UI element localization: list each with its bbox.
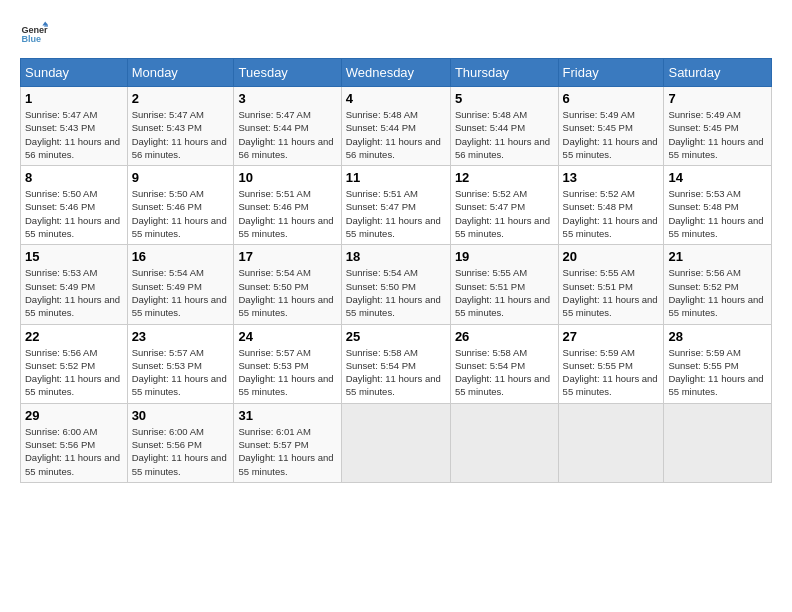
day-number: 13 <box>563 170 660 185</box>
day-number: 28 <box>668 329 767 344</box>
day-info: Sunrise: 5:59 AM Sunset: 5:55 PM Dayligh… <box>668 346 767 399</box>
day-number: 12 <box>455 170 554 185</box>
day-number: 7 <box>668 91 767 106</box>
day-number: 1 <box>25 91 123 106</box>
day-number: 22 <box>25 329 123 344</box>
day-info: Sunrise: 5:58 AM Sunset: 5:54 PM Dayligh… <box>455 346 554 399</box>
calendar-cell: 11 Sunrise: 5:51 AM Sunset: 5:47 PM Dayl… <box>341 166 450 245</box>
day-info: Sunrise: 5:47 AM Sunset: 5:44 PM Dayligh… <box>238 108 336 161</box>
day-number: 17 <box>238 249 336 264</box>
svg-text:General: General <box>21 25 48 35</box>
day-number: 8 <box>25 170 123 185</box>
calendar-cell: 3 Sunrise: 5:47 AM Sunset: 5:44 PM Dayli… <box>234 87 341 166</box>
header-cell-wednesday: Wednesday <box>341 59 450 87</box>
day-info: Sunrise: 5:53 AM Sunset: 5:49 PM Dayligh… <box>25 266 123 319</box>
calendar-cell: 1 Sunrise: 5:47 AM Sunset: 5:43 PM Dayli… <box>21 87 128 166</box>
header-cell-monday: Monday <box>127 59 234 87</box>
day-number: 18 <box>346 249 446 264</box>
day-info: Sunrise: 5:57 AM Sunset: 5:53 PM Dayligh… <box>132 346 230 399</box>
calendar-cell: 13 Sunrise: 5:52 AM Sunset: 5:48 PM Dayl… <box>558 166 664 245</box>
day-number: 26 <box>455 329 554 344</box>
calendar-cell: 21 Sunrise: 5:56 AM Sunset: 5:52 PM Dayl… <box>664 245 772 324</box>
logo: General Blue <box>20 20 52 48</box>
calendar-cell: 8 Sunrise: 5:50 AM Sunset: 5:46 PM Dayli… <box>21 166 128 245</box>
day-info: Sunrise: 5:56 AM Sunset: 5:52 PM Dayligh… <box>25 346 123 399</box>
day-info: Sunrise: 6:00 AM Sunset: 5:56 PM Dayligh… <box>25 425 123 478</box>
calendar-cell <box>341 403 450 482</box>
day-info: Sunrise: 6:01 AM Sunset: 5:57 PM Dayligh… <box>238 425 336 478</box>
day-number: 15 <box>25 249 123 264</box>
day-number: 25 <box>346 329 446 344</box>
day-info: Sunrise: 5:47 AM Sunset: 5:43 PM Dayligh… <box>25 108 123 161</box>
day-info: Sunrise: 5:52 AM Sunset: 5:48 PM Dayligh… <box>563 187 660 240</box>
calendar-cell: 22 Sunrise: 5:56 AM Sunset: 5:52 PM Dayl… <box>21 324 128 403</box>
day-number: 10 <box>238 170 336 185</box>
calendar-cell: 15 Sunrise: 5:53 AM Sunset: 5:49 PM Dayl… <box>21 245 128 324</box>
calendar-cell: 5 Sunrise: 5:48 AM Sunset: 5:44 PM Dayli… <box>450 87 558 166</box>
header: General Blue <box>20 20 772 48</box>
day-number: 24 <box>238 329 336 344</box>
day-info: Sunrise: 5:48 AM Sunset: 5:44 PM Dayligh… <box>455 108 554 161</box>
day-info: Sunrise: 5:52 AM Sunset: 5:47 PM Dayligh… <box>455 187 554 240</box>
calendar-cell <box>450 403 558 482</box>
calendar-cell: 9 Sunrise: 5:50 AM Sunset: 5:46 PM Dayli… <box>127 166 234 245</box>
day-info: Sunrise: 5:49 AM Sunset: 5:45 PM Dayligh… <box>668 108 767 161</box>
day-info: Sunrise: 5:50 AM Sunset: 5:46 PM Dayligh… <box>25 187 123 240</box>
day-number: 27 <box>563 329 660 344</box>
day-info: Sunrise: 5:56 AM Sunset: 5:52 PM Dayligh… <box>668 266 767 319</box>
day-info: Sunrise: 5:47 AM Sunset: 5:43 PM Dayligh… <box>132 108 230 161</box>
calendar-cell: 29 Sunrise: 6:00 AM Sunset: 5:56 PM Dayl… <box>21 403 128 482</box>
calendar-cell: 30 Sunrise: 6:00 AM Sunset: 5:56 PM Dayl… <box>127 403 234 482</box>
calendar-cell: 18 Sunrise: 5:54 AM Sunset: 5:50 PM Dayl… <box>341 245 450 324</box>
calendar-cell: 20 Sunrise: 5:55 AM Sunset: 5:51 PM Dayl… <box>558 245 664 324</box>
week-row-2: 8 Sunrise: 5:50 AM Sunset: 5:46 PM Dayli… <box>21 166 772 245</box>
day-info: Sunrise: 5:58 AM Sunset: 5:54 PM Dayligh… <box>346 346 446 399</box>
day-info: Sunrise: 5:55 AM Sunset: 5:51 PM Dayligh… <box>455 266 554 319</box>
day-number: 16 <box>132 249 230 264</box>
calendar-cell <box>664 403 772 482</box>
calendar-cell: 14 Sunrise: 5:53 AM Sunset: 5:48 PM Dayl… <box>664 166 772 245</box>
calendar-cell: 31 Sunrise: 6:01 AM Sunset: 5:57 PM Dayl… <box>234 403 341 482</box>
day-info: Sunrise: 5:54 AM Sunset: 5:50 PM Dayligh… <box>238 266 336 319</box>
calendar-cell: 4 Sunrise: 5:48 AM Sunset: 5:44 PM Dayli… <box>341 87 450 166</box>
day-number: 3 <box>238 91 336 106</box>
day-number: 4 <box>346 91 446 106</box>
day-info: Sunrise: 5:50 AM Sunset: 5:46 PM Dayligh… <box>132 187 230 240</box>
header-cell-saturday: Saturday <box>664 59 772 87</box>
calendar-body: 1 Sunrise: 5:47 AM Sunset: 5:43 PM Dayli… <box>21 87 772 483</box>
week-row-5: 29 Sunrise: 6:00 AM Sunset: 5:56 PM Dayl… <box>21 403 772 482</box>
logo-icon: General Blue <box>20 20 48 48</box>
calendar-cell: 10 Sunrise: 5:51 AM Sunset: 5:46 PM Dayl… <box>234 166 341 245</box>
day-info: Sunrise: 6:00 AM Sunset: 5:56 PM Dayligh… <box>132 425 230 478</box>
header-cell-friday: Friday <box>558 59 664 87</box>
calendar-cell: 24 Sunrise: 5:57 AM Sunset: 5:53 PM Dayl… <box>234 324 341 403</box>
header-row: SundayMondayTuesdayWednesdayThursdayFrid… <box>21 59 772 87</box>
calendar-cell: 23 Sunrise: 5:57 AM Sunset: 5:53 PM Dayl… <box>127 324 234 403</box>
header-cell-thursday: Thursday <box>450 59 558 87</box>
week-row-3: 15 Sunrise: 5:53 AM Sunset: 5:49 PM Dayl… <box>21 245 772 324</box>
calendar-cell: 25 Sunrise: 5:58 AM Sunset: 5:54 PM Dayl… <box>341 324 450 403</box>
day-info: Sunrise: 5:54 AM Sunset: 5:50 PM Dayligh… <box>346 266 446 319</box>
svg-text:Blue: Blue <box>21 34 41 44</box>
day-number: 20 <box>563 249 660 264</box>
day-info: Sunrise: 5:55 AM Sunset: 5:51 PM Dayligh… <box>563 266 660 319</box>
day-number: 31 <box>238 408 336 423</box>
calendar-cell: 2 Sunrise: 5:47 AM Sunset: 5:43 PM Dayli… <box>127 87 234 166</box>
calendar-cell: 26 Sunrise: 5:58 AM Sunset: 5:54 PM Dayl… <box>450 324 558 403</box>
calendar-cell: 12 Sunrise: 5:52 AM Sunset: 5:47 PM Dayl… <box>450 166 558 245</box>
day-number: 30 <box>132 408 230 423</box>
day-info: Sunrise: 5:51 AM Sunset: 5:46 PM Dayligh… <box>238 187 336 240</box>
week-row-1: 1 Sunrise: 5:47 AM Sunset: 5:43 PM Dayli… <box>21 87 772 166</box>
day-number: 5 <box>455 91 554 106</box>
calendar-cell: 6 Sunrise: 5:49 AM Sunset: 5:45 PM Dayli… <box>558 87 664 166</box>
day-info: Sunrise: 5:51 AM Sunset: 5:47 PM Dayligh… <box>346 187 446 240</box>
day-info: Sunrise: 5:59 AM Sunset: 5:55 PM Dayligh… <box>563 346 660 399</box>
day-info: Sunrise: 5:49 AM Sunset: 5:45 PM Dayligh… <box>563 108 660 161</box>
header-cell-sunday: Sunday <box>21 59 128 87</box>
calendar-cell: 16 Sunrise: 5:54 AM Sunset: 5:49 PM Dayl… <box>127 245 234 324</box>
day-number: 21 <box>668 249 767 264</box>
day-number: 2 <box>132 91 230 106</box>
calendar-table: SundayMondayTuesdayWednesdayThursdayFrid… <box>20 58 772 483</box>
calendar-cell: 7 Sunrise: 5:49 AM Sunset: 5:45 PM Dayli… <box>664 87 772 166</box>
day-number: 29 <box>25 408 123 423</box>
